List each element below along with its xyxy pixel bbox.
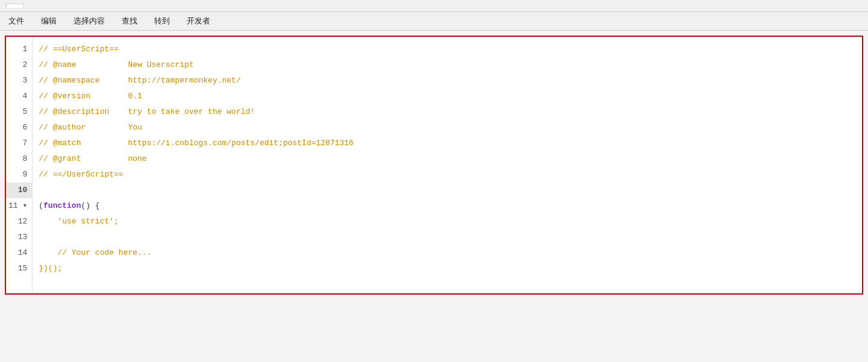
line-number-14: 14	[6, 245, 32, 261]
code-line-8: // @grant none	[39, 151, 862, 167]
line-number-6: 6	[6, 120, 32, 136]
code-line-11: (function() {	[39, 198, 862, 214]
menu-item-编辑[interactable]: 编辑	[33, 13, 65, 29]
line-number-5: 5	[6, 104, 32, 120]
code-line-1: // ==UserScript==	[39, 42, 862, 57]
code-line-15: })();	[39, 261, 862, 276]
code-line-3: // @namespace http://tampermonkey.net/	[39, 73, 862, 89]
line-number-12: 12	[6, 214, 32, 229]
line-number-3: 3	[6, 73, 32, 89]
code-line-4: // @version 0.1	[39, 89, 862, 104]
line-number-7: 7	[6, 136, 32, 151]
editor-tab[interactable]	[6, 4, 24, 8]
line-number-10: 10	[6, 183, 32, 198]
menu-item-选择内容[interactable]: 选择内容	[65, 13, 113, 29]
menu-item-开发者[interactable]: 开发者	[178, 13, 219, 29]
code-line-7: // @match https://i.cnblogs.com/posts/ed…	[39, 136, 862, 151]
code-line-6: // @author You	[39, 120, 862, 136]
code-line-2: // @name New Userscript	[39, 57, 862, 73]
line-numbers: 1234567891011 ▾12131415	[6, 37, 33, 293]
editor-container: 1234567891011 ▾12131415 // ==UserScript=…	[5, 36, 863, 295]
line-number-1: 1	[6, 42, 32, 57]
code-line-12: 'use strict';	[39, 214, 862, 229]
line-number-4: 4	[6, 89, 32, 104]
line-number-15: 15	[6, 261, 32, 276]
menu-bar: 文件编辑选择内容查找转到开发者	[0, 12, 868, 31]
code-line-13	[39, 229, 862, 245]
line-number-2: 2	[6, 57, 32, 73]
code-line-9: // ==/UserScript==	[39, 167, 862, 183]
line-number-8: 8	[6, 151, 32, 167]
code-area[interactable]: // ==UserScript==// @name New Userscript…	[33, 37, 862, 293]
line-number-11: 11 ▾	[6, 198, 32, 214]
line-number-9: 9	[6, 167, 32, 183]
menu-item-查找[interactable]: 查找	[113, 13, 146, 29]
code-line-14: // Your code here...	[39, 245, 862, 261]
menu-item-转到[interactable]: 转到	[146, 13, 178, 29]
menu-item-文件[interactable]: 文件	[0, 13, 33, 29]
code-line-10	[39, 183, 862, 198]
title-bar	[0, 0, 868, 12]
code-line-5: // @description try to take over the wor…	[39, 104, 862, 120]
line-number-13: 13	[6, 229, 32, 245]
